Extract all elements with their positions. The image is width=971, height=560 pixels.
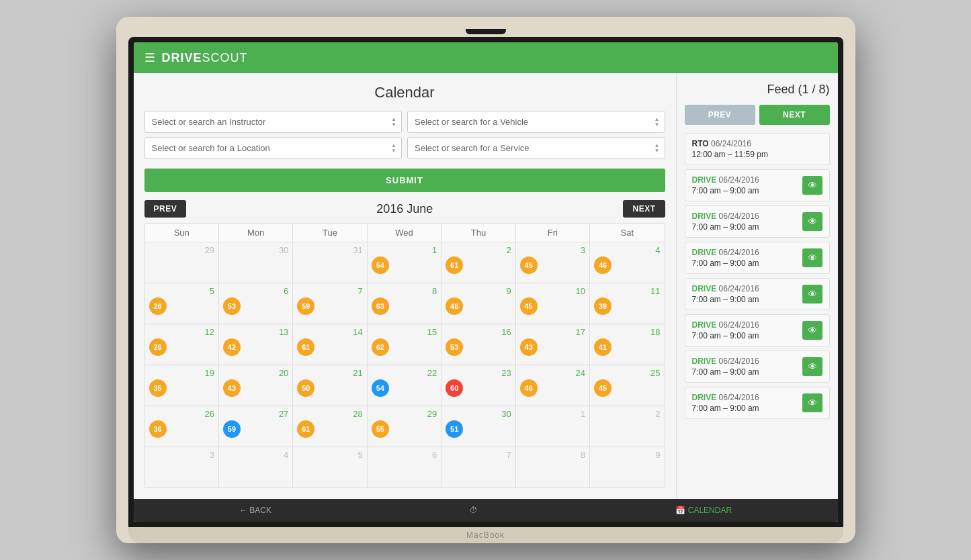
cal-day[interactable]: 154 bbox=[368, 242, 441, 283]
location-select[interactable]: Select or search for a Location bbox=[144, 137, 403, 159]
cal-day[interactable]: 653 bbox=[219, 283, 293, 324]
cal-badge[interactable]: 61 bbox=[446, 256, 463, 274]
cal-day[interactable]: 2150 bbox=[293, 365, 367, 406]
drive-eye-button[interactable]: 👁 bbox=[802, 285, 822, 304]
cal-day[interactable]: 1 bbox=[516, 406, 590, 447]
cal-day[interactable]: 1841 bbox=[590, 324, 664, 365]
drive-eye-button[interactable]: 👁 bbox=[802, 357, 822, 376]
cal-badge[interactable]: 53 bbox=[223, 297, 241, 315]
vehicle-select[interactable]: Select or search for a Vehicle bbox=[407, 111, 665, 133]
cal-day[interactable]: 1743 bbox=[516, 324, 590, 365]
cal-day[interactable]: 31 bbox=[293, 242, 367, 283]
instructor-select[interactable]: Select or search an Instructor bbox=[144, 111, 403, 133]
cal-day[interactable]: 5 bbox=[293, 447, 367, 487]
cal-badge[interactable]: 48 bbox=[446, 297, 463, 315]
drive-card-2: DRIVE 06/24/2016 7:00 am – 9:00 am 👁 bbox=[685, 242, 830, 274]
cal-badge[interactable]: 63 bbox=[372, 297, 389, 315]
cal-badge[interactable]: 51 bbox=[446, 420, 463, 438]
cal-day[interactable]: 2446 bbox=[516, 365, 590, 406]
drive-eye-button[interactable]: 👁 bbox=[802, 393, 822, 412]
cal-next-button[interactable]: NEXT bbox=[623, 200, 665, 218]
cal-day[interactable]: 948 bbox=[441, 283, 515, 324]
drive-eye-button[interactable]: 👁 bbox=[802, 248, 822, 267]
cal-day[interactable]: 2636 bbox=[145, 406, 219, 447]
cal-badge[interactable]: 35 bbox=[149, 379, 167, 397]
cal-badge[interactable]: 43 bbox=[223, 379, 241, 397]
cal-day[interactable]: 9 bbox=[590, 447, 664, 487]
cal-day-number: 11 bbox=[594, 286, 660, 296]
cal-day-number: 17 bbox=[520, 327, 585, 337]
cal-badge[interactable]: 61 bbox=[297, 338, 314, 356]
cal-badge[interactable]: 53 bbox=[446, 338, 463, 356]
cal-day[interactable]: 8 bbox=[516, 447, 590, 487]
cal-day[interactable]: 4 bbox=[219, 447, 293, 487]
cal-week-4: 2636275928612955305112 bbox=[145, 406, 665, 447]
back-nav-item[interactable]: ← BACK bbox=[239, 506, 271, 515]
cal-day[interactable]: 6 bbox=[368, 447, 441, 487]
cal-badge[interactable]: 46 bbox=[594, 256, 611, 274]
feed-prev-button[interactable]: PREV bbox=[685, 105, 755, 125]
cal-day[interactable]: 2 bbox=[590, 406, 664, 447]
cal-badge[interactable]: 61 bbox=[297, 420, 314, 438]
drive-date: 06/24/2016 bbox=[719, 212, 759, 221]
cal-badge[interactable]: 54 bbox=[372, 256, 389, 274]
feed-next-button[interactable]: NEXT bbox=[759, 105, 830, 125]
cal-day[interactable]: 30 bbox=[219, 242, 293, 283]
cal-badge[interactable]: 26 bbox=[149, 297, 167, 315]
cal-badge[interactable]: 43 bbox=[520, 338, 538, 356]
cal-badge[interactable]: 59 bbox=[297, 297, 314, 315]
cal-day[interactable]: 1935 bbox=[145, 365, 219, 406]
cal-badge[interactable]: 45 bbox=[594, 379, 611, 397]
cal-day[interactable]: 1461 bbox=[293, 324, 367, 365]
cal-badge[interactable]: 62 bbox=[372, 338, 389, 356]
cal-day[interactable]: 446 bbox=[590, 242, 664, 283]
cal-day[interactable]: 345 bbox=[516, 242, 590, 283]
cal-badge[interactable]: 45 bbox=[520, 256, 538, 274]
cal-day[interactable]: 2360 bbox=[441, 365, 515, 406]
drive-eye-button[interactable]: 👁 bbox=[802, 176, 822, 195]
cal-badge[interactable]: 54 bbox=[372, 379, 389, 397]
cal-day[interactable]: 2759 bbox=[219, 406, 293, 447]
cal-day[interactable]: 1226 bbox=[145, 324, 219, 365]
cal-badge[interactable]: 39 bbox=[594, 297, 611, 315]
cal-prev-button[interactable]: PREV bbox=[144, 200, 187, 218]
hamburger-icon[interactable]: ☰ bbox=[144, 50, 155, 65]
cal-badge[interactable]: 45 bbox=[520, 297, 538, 315]
cal-badge[interactable]: 36 bbox=[149, 420, 167, 438]
cal-badge[interactable]: 59 bbox=[223, 420, 241, 438]
cal-day[interactable]: 2043 bbox=[219, 365, 293, 406]
cal-day[interactable]: 1045 bbox=[516, 283, 590, 324]
drive-eye-button[interactable]: 👁 bbox=[802, 321, 822, 340]
cal-day[interactable]: 3051 bbox=[441, 406, 515, 447]
drive-info: DRIVE 06/24/2016 7:00 am – 9:00 am bbox=[692, 393, 759, 413]
cal-day[interactable]: 2955 bbox=[368, 406, 441, 447]
cal-day[interactable]: 29 bbox=[145, 242, 219, 283]
cal-day[interactable]: 2545 bbox=[590, 365, 664, 406]
cal-day[interactable]: 526 bbox=[145, 283, 219, 324]
cal-day[interactable]: 2861 bbox=[293, 406, 367, 447]
cal-badge[interactable]: 42 bbox=[223, 338, 241, 356]
cal-badge[interactable]: 50 bbox=[297, 379, 314, 397]
cal-day-number: 30 bbox=[223, 245, 288, 255]
calendar-nav-item[interactable]: 📅 CALENDAR bbox=[675, 506, 732, 515]
cal-day[interactable]: 1342 bbox=[219, 324, 293, 365]
drive-eye-button[interactable]: 👁 bbox=[802, 212, 822, 231]
submit-button[interactable]: SUBMIT bbox=[144, 169, 665, 192]
cal-day-number: 8 bbox=[372, 286, 437, 296]
cal-day[interactable]: 7 bbox=[441, 447, 515, 487]
cal-badge[interactable]: 55 bbox=[372, 420, 389, 438]
cal-day[interactable]: 863 bbox=[368, 283, 441, 324]
cal-day[interactable]: 759 bbox=[293, 283, 367, 324]
cal-badge[interactable]: 60 bbox=[446, 379, 463, 397]
cal-badge[interactable]: 26 bbox=[149, 338, 167, 356]
cal-day[interactable]: 1653 bbox=[441, 324, 515, 365]
service-select[interactable]: Select or search for a Service bbox=[407, 137, 665, 159]
cal-day[interactable]: 1139 bbox=[590, 283, 664, 324]
cal-day[interactable]: 1562 bbox=[368, 324, 441, 365]
center-nav-item[interactable]: ⏱ bbox=[470, 506, 478, 515]
cal-day[interactable]: 3 bbox=[145, 447, 219, 487]
cal-day[interactable]: 2254 bbox=[368, 365, 441, 406]
cal-badge[interactable]: 41 bbox=[594, 338, 611, 356]
cal-day[interactable]: 261 bbox=[441, 242, 515, 283]
cal-badge[interactable]: 46 bbox=[520, 379, 538, 397]
